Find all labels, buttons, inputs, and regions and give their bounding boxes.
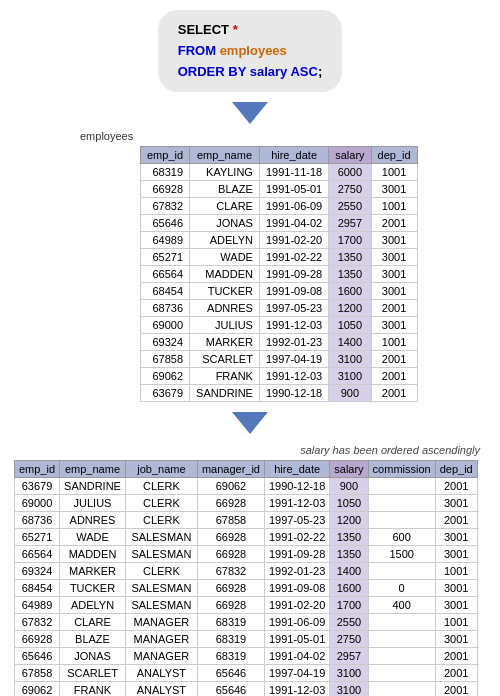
table-row: 66564MADDEN1991-09-2813503001 [141, 266, 418, 283]
bottom-cell-r5c3: 67832 [197, 563, 264, 580]
bottom-cell-r10c6 [368, 648, 435, 665]
bottom-cell-r12c0: 69062 [15, 682, 60, 696]
bottom-cell-r0c0: 63679 [15, 478, 60, 495]
top-cell-r8c2: 1997-05-23 [259, 300, 328, 317]
top-cell-r13c1: SANDRINE [190, 385, 260, 402]
top-cell-r9c0: 69000 [141, 317, 190, 334]
top-cell-r5c3: 1350 [329, 249, 371, 266]
sql-from: FROM [178, 43, 220, 58]
bottom-cell-r11c6 [368, 665, 435, 682]
top-cell-r2c1: CLARE [190, 198, 260, 215]
bottom-cell-r7c0: 64989 [15, 597, 60, 614]
top-cell-r6c4: 3001 [371, 266, 417, 283]
bottom-cell-r12c3: 65646 [197, 682, 264, 696]
top-cell-r7c0: 68454 [141, 283, 190, 300]
bottom-cell-r11c4: 1997-04-19 [264, 665, 329, 682]
bottom-cell-r9c6 [368, 631, 435, 648]
bottom-col-header-salary: salary [330, 461, 368, 478]
table-row: 63679SANDRINE1990-12-189002001 [141, 385, 418, 402]
bottom-cell-r2c6 [368, 512, 435, 529]
top-cell-r8c3: 1200 [329, 300, 371, 317]
top-cell-r1c1: BLAZE [190, 181, 260, 198]
top-cell-r11c1: SCARLET [190, 351, 260, 368]
table-row: 67832CLARE1991-06-0925501001 [141, 198, 418, 215]
table-row: 68736ADNRES1997-05-2312002001 [141, 300, 418, 317]
top-cell-r1c3: 2750 [329, 181, 371, 198]
table-row: 66928BLAZE1991-05-0127503001 [141, 181, 418, 198]
bottom-cell-r6c2: SALESMAN [125, 580, 197, 597]
bottom-cell-r10c4: 1991-04-02 [264, 648, 329, 665]
top-cell-r8c0: 68736 [141, 300, 190, 317]
top-cell-r3c0: 65646 [141, 215, 190, 232]
bottom-cell-r11c3: 65646 [197, 665, 264, 682]
top-cell-r0c4: 1001 [371, 164, 417, 181]
bottom-cell-r4c7: 3001 [435, 546, 477, 563]
top-cell-r13c3: 900 [329, 385, 371, 402]
top-cell-r0c3: 6000 [329, 164, 371, 181]
bottom-cell-r10c7: 2001 [435, 648, 477, 665]
table-row: 65646JONASMANAGER683191991-04-0229572001 [15, 648, 478, 665]
top-cell-r12c4: 2001 [371, 368, 417, 385]
top-cell-r7c1: TUCKER [190, 283, 260, 300]
bottom-cell-r2c2: CLERK [125, 512, 197, 529]
bottom-cell-r1c0: 69000 [15, 495, 60, 512]
bottom-cell-r0c5: 900 [330, 478, 368, 495]
bottom-cell-r6c6: 0 [368, 580, 435, 597]
table-row: 67858SCARLET1997-04-1931002001 [141, 351, 418, 368]
table-row: 65271WADE1991-02-2213503001 [141, 249, 418, 266]
top-cell-r11c2: 1997-04-19 [259, 351, 328, 368]
bottom-cell-r4c6: 1500 [368, 546, 435, 563]
bottom-col-header-job_name: job_name [125, 461, 197, 478]
bottom-cell-r1c3: 66928 [197, 495, 264, 512]
bottom-cell-r11c0: 67858 [15, 665, 60, 682]
bottom-cell-r7c1: ADELYN [60, 597, 126, 614]
bottom-cell-r5c5: 1400 [330, 563, 368, 580]
top-cell-r13c2: 1990-12-18 [259, 385, 328, 402]
bottom-cell-r12c1: FRANK [60, 682, 126, 696]
bottom-cell-r2c1: ADNRES [60, 512, 126, 529]
bottom-cell-r2c5: 1200 [330, 512, 368, 529]
bottom-cell-r6c0: 68454 [15, 580, 60, 597]
top-cell-r12c0: 69062 [141, 368, 190, 385]
top-cell-r11c3: 3100 [329, 351, 371, 368]
top-cell-r9c2: 1991-12-03 [259, 317, 328, 334]
bottom-cell-r7c3: 66928 [197, 597, 264, 614]
bottom-cell-r6c3: 66928 [197, 580, 264, 597]
bottom-cell-r0c6 [368, 478, 435, 495]
bottom-cell-r6c4: 1991-09-08 [264, 580, 329, 597]
top-cell-r6c0: 66564 [141, 266, 190, 283]
bottom-cell-r2c3: 67858 [197, 512, 264, 529]
table-row: 67832CLAREMANAGER683191991-06-0925501001 [15, 614, 478, 631]
bottom-cell-r5c1: MARKER [60, 563, 126, 580]
table-row: 68454TUCKERSALESMAN669281991-09-08160003… [15, 580, 478, 597]
top-cell-r3c2: 1991-04-02 [259, 215, 328, 232]
sql-order: ORDER BY salary ASC [178, 64, 318, 79]
bottom-cell-r5c6 [368, 563, 435, 580]
bottom-cell-r7c2: SALESMAN [125, 597, 197, 614]
bottom-cell-r8c4: 1991-06-09 [264, 614, 329, 631]
top-col-header-emp_id: emp_id [141, 147, 190, 164]
bottom-cell-r4c4: 1991-09-28 [264, 546, 329, 563]
top-cell-r13c4: 2001 [371, 385, 417, 402]
table-row: 68319KAYLING1991-11-1860001001 [141, 164, 418, 181]
arrow-down-1 [232, 102, 268, 124]
bottom-cell-r10c0: 65646 [15, 648, 60, 665]
top-cell-r9c4: 3001 [371, 317, 417, 334]
bottom-col-header-emp_id: emp_id [15, 461, 60, 478]
top-col-header-salary: salary [329, 147, 371, 164]
top-cell-r9c3: 1050 [329, 317, 371, 334]
bottom-cell-r12c2: ANALYST [125, 682, 197, 696]
bottom-cell-r1c1: JULIUS [60, 495, 126, 512]
bottom-cell-r9c0: 66928 [15, 631, 60, 648]
sql-asterisk: * [233, 22, 238, 37]
top-cell-r4c3: 1700 [329, 232, 371, 249]
top-cell-r5c0: 65271 [141, 249, 190, 266]
table-row: 69324MARKER1992-01-2314001001 [141, 334, 418, 351]
top-cell-r3c4: 2001 [371, 215, 417, 232]
bottom-cell-r2c4: 1997-05-23 [264, 512, 329, 529]
bottom-cell-r9c2: MANAGER [125, 631, 197, 648]
table-row: 69000JULIUS1991-12-0310503001 [141, 317, 418, 334]
top-cell-r1c0: 66928 [141, 181, 190, 198]
bottom-cell-r9c5: 2750 [330, 631, 368, 648]
bottom-cell-r3c4: 1991-02-22 [264, 529, 329, 546]
